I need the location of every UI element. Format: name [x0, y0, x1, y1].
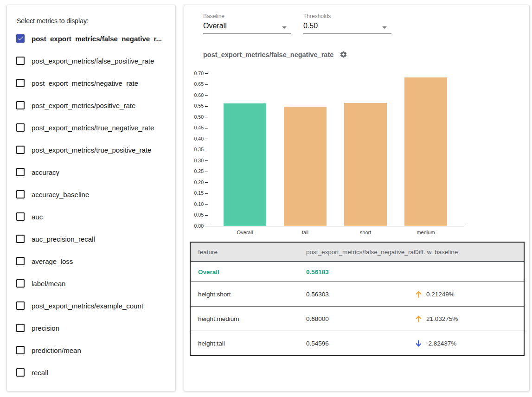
metric-label: auc	[32, 213, 43, 221]
table-cell-feature: height:short	[198, 291, 306, 298]
baseline-dropdown-value: Overall	[203, 22, 291, 34]
metric-list-item[interactable]: recall	[16, 361, 173, 384]
thresholds-dropdown-value: 0.50	[303, 22, 391, 34]
diff-value: 21.03275%	[426, 315, 458, 322]
checkbox-unchecked[interactable]	[16, 146, 25, 154]
metric-label: post_export_metrics/positive_rate	[32, 102, 135, 109]
metric-list-item[interactable]: post_export_metrics/true_positive_rate	[16, 139, 173, 161]
gear-icon[interactable]	[340, 51, 347, 58]
metric-list-item[interactable]: post_export_metrics/positive_rate	[16, 94, 173, 116]
metric-list-item[interactable]: post_export_metrics/negative_rate	[16, 72, 173, 94]
y-axis-tick	[205, 95, 208, 96]
metrics-table: featurepost_export_metrics/false_negativ…	[190, 242, 525, 356]
metrics-panel: Baseline Overall Thresholds 0.50 post_ex…	[184, 5, 530, 391]
chart-title: post_export_metrics/false_negative_rate	[203, 51, 333, 58]
metric-label: post_export_metrics/true_positive_rate	[32, 146, 151, 154]
x-axis-category-label: tall	[282, 230, 328, 235]
metric-list-item[interactable]: average_loss	[16, 250, 173, 272]
y-axis-tick-label: 0.55	[185, 103, 204, 109]
chart-bar[interactable]	[284, 107, 327, 226]
table-cell-value: 0.56303	[306, 291, 414, 298]
y-axis-tick-label: 0.40	[185, 136, 204, 141]
checkbox-unchecked[interactable]	[16, 168, 25, 176]
chevron-down-icon	[282, 26, 287, 29]
metric-list-item[interactable]: label/mean	[16, 272, 173, 295]
metric-list-item[interactable]: accuracy_baseline	[16, 183, 173, 205]
chart-header: post_export_metrics/false_negative_rate	[203, 51, 347, 58]
y-axis-tick	[205, 117, 208, 117]
baseline-dropdown[interactable]: Baseline Overall	[203, 13, 291, 34]
checkbox-checked[interactable]	[16, 34, 25, 43]
checkbox-unchecked[interactable]	[16, 279, 25, 288]
table-cell-value: 0.54596	[306, 340, 414, 347]
y-axis-tick-label: 0.50	[185, 115, 204, 120]
checkbox-unchecked[interactable]	[16, 57, 25, 65]
y-axis-tick-label: 0.05	[185, 212, 204, 218]
metric-list-item[interactable]: post_export_metrics/false_positive_rate	[16, 50, 173, 72]
metric-list-item[interactable]: accuracy	[16, 161, 173, 183]
metric-label: post_export_metrics/negative_rate	[32, 79, 138, 87]
metric-list-item[interactable]: post_export_metrics/example_count	[16, 295, 173, 317]
y-axis-tick	[205, 106, 208, 107]
y-axis-tick-label: 0.35	[185, 147, 204, 152]
chart-bar[interactable]	[404, 77, 447, 226]
chevron-down-icon	[382, 26, 387, 29]
metric-list-item[interactable]: post_export_metrics/true_negative_rate	[16, 116, 173, 139]
metric-label: accuracy	[32, 168, 59, 176]
metric-label: accuracy_baseline	[32, 191, 89, 198]
y-axis-tick-label: 0.15	[185, 191, 204, 196]
metric-list-item[interactable]: precision	[16, 317, 173, 339]
table-row: height:short0.563030.21249%	[191, 282, 524, 306]
table-header-cell: feature	[198, 249, 306, 256]
metric-list-item[interactable]: prediction/mean	[16, 339, 173, 361]
y-axis-tick	[205, 172, 208, 172]
checkbox-unchecked[interactable]	[16, 324, 25, 332]
checkbox-unchecked[interactable]	[16, 301, 25, 310]
table-row: height:medium0.6800021.03275%	[191, 306, 524, 331]
metric-list-item[interactable]: post_export_metrics/false_negative_r...	[16, 27, 173, 50]
chart-bar[interactable]	[344, 103, 387, 226]
table-cell-feature: height:tall	[198, 340, 306, 347]
chart-bar[interactable]	[224, 103, 266, 226]
sidebar-title: Select metrics to display:	[17, 17, 89, 25]
metric-list-item[interactable]: auc	[16, 205, 173, 228]
checkbox-unchecked[interactable]	[16, 368, 25, 377]
metric-label: recall	[32, 369, 48, 377]
table-header-row: featurepost_export_metrics/false_negativ…	[191, 243, 524, 262]
metric-label: label/mean	[32, 280, 65, 288]
arrow-up-icon	[414, 314, 423, 323]
metric-list-item[interactable]: auc_precision_recall	[16, 228, 173, 250]
metric-list: post_export_metrics/false_negative_r...p…	[16, 27, 173, 384]
bar-chart: 0.000.050.100.150.200.250.300.350.400.45…	[184, 69, 529, 245]
metric-label: post_export_metrics/true_negative_rate	[32, 124, 154, 132]
checkbox-unchecked[interactable]	[16, 212, 25, 221]
table-row: height:tall0.54596-2.82437%	[191, 331, 524, 355]
table-header-cell: post_export_metrics/false_negative_rat..…	[306, 249, 414, 256]
y-axis-tick-label: 0.00	[185, 224, 204, 229]
table-cell-diff: -2.82437%	[414, 339, 524, 348]
table-cell-value: 0.68000	[306, 315, 414, 322]
y-axis-tick	[205, 204, 208, 205]
checkbox-unchecked[interactable]	[16, 101, 25, 109]
y-axis-tick	[205, 128, 208, 128]
thresholds-dropdown[interactable]: Thresholds 0.50	[303, 13, 391, 34]
table-cell-feature: height:medium	[198, 315, 306, 322]
y-axis-tick-label: 0.10	[185, 202, 204, 207]
metric-label: post_export_metrics/false_positive_rate	[32, 57, 154, 65]
checkbox-unchecked[interactable]	[16, 346, 25, 354]
checkbox-unchecked[interactable]	[16, 123, 25, 132]
baseline-dropdown-label: Baseline	[203, 13, 291, 19]
y-axis-tick-label: 0.45	[185, 125, 204, 130]
checkbox-unchecked[interactable]	[16, 79, 25, 87]
table-header-cell: Diff. w. baseline	[414, 249, 524, 256]
x-axis-line	[208, 226, 464, 226]
y-axis-tick	[205, 226, 208, 226]
metric-label: post_export_metrics/false_negative_r...	[32, 35, 162, 43]
checkbox-unchecked[interactable]	[16, 257, 25, 265]
y-axis-tick	[205, 182, 208, 183]
checkbox-unchecked[interactable]	[16, 190, 25, 198]
arrow-down-icon	[414, 339, 423, 348]
y-axis-tick	[205, 215, 208, 216]
y-axis-tick-label: 0.30	[185, 158, 204, 163]
checkbox-unchecked[interactable]	[16, 235, 25, 243]
